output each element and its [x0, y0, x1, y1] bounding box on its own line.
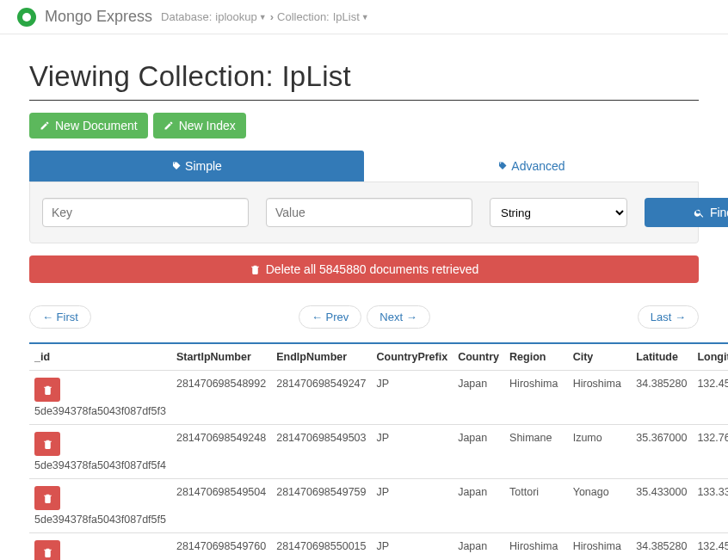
cell-CountryPrefix: JP: [372, 479, 453, 533]
db-name: iplookup: [215, 10, 256, 23]
caret-down-icon: ▼: [361, 13, 369, 22]
cell-EndIpNumber: 281470698550015: [271, 533, 371, 561]
documents-table: _idStartIpNumberEndIpNumberCountryPrefix…: [29, 342, 728, 560]
navbar: Mongo Express Database: iplookup ▼ › Col…: [0, 0, 728, 34]
cell-City: Hiroshima: [568, 371, 632, 425]
col-Longitude[interactable]: Longitude: [692, 343, 728, 371]
new-index-button[interactable]: New Index: [153, 113, 246, 138]
cell-Country: Japan: [453, 479, 504, 533]
col-label: Collection:: [277, 10, 330, 23]
type-select[interactable]: String: [490, 198, 627, 227]
new-document-button[interactable]: New Document: [29, 113, 148, 138]
tab-simple[interactable]: Simple: [29, 151, 364, 182]
tags-icon: [497, 161, 508, 171]
cell-Longitude: 133.333000: [692, 479, 728, 533]
brand[interactable]: Mongo Express: [45, 8, 152, 26]
cell-Latitude: 34.385280: [631, 371, 692, 425]
pager-next[interactable]: Next →: [367, 305, 429, 329]
cell-Country: Japan: [453, 425, 504, 479]
cell-Region: Hiroshima: [504, 371, 568, 425]
chevron-right-icon: ›: [270, 10, 274, 23]
tab-advanced-label: Advanced: [511, 159, 565, 173]
cell-EndIpNumber: 281470698549247: [271, 371, 371, 425]
table-row[interactable]: 5de394378fa5043f087df5f62814706985497602…: [29, 533, 728, 561]
cell-Country: Japan: [453, 533, 504, 561]
cell-Region: Shimane: [504, 425, 568, 479]
cell-Country: Japan: [453, 371, 504, 425]
tab-simple-label: Simple: [185, 159, 222, 173]
trash-icon: [42, 385, 53, 396]
key-input[interactable]: [42, 198, 249, 227]
pager-first[interactable]: ← First: [29, 305, 91, 329]
pager-last[interactable]: Last →: [638, 305, 699, 329]
new-index-label: New Index: [179, 119, 236, 132]
search-icon: [694, 207, 705, 218]
page-title: Viewing Collection: IpList: [29, 60, 699, 93]
cell-id: 5de394378fa5043f087df5f5: [29, 479, 171, 533]
search-tabs: Simple Advanced: [29, 151, 699, 182]
value-input[interactable]: [266, 198, 472, 227]
caret-down-icon: ▼: [259, 13, 267, 22]
tag-icon: [171, 161, 182, 171]
cell-Latitude: 35.367000: [631, 425, 692, 479]
cell-Longitude: 132.455280: [692, 533, 728, 561]
cell-id: 5de394378fa5043f087df5f3: [29, 371, 171, 425]
table-header-row: _idStartIpNumberEndIpNumberCountryPrefix…: [29, 343, 728, 371]
table-row[interactable]: 5de394378fa5043f087df5f32814706985489922…: [29, 371, 728, 425]
breadcrumb: Database: iplookup ▼ › Collection: IpLis…: [161, 10, 369, 23]
trash-icon: [42, 547, 53, 558]
col-EndIpNumber[interactable]: EndIpNumber: [271, 343, 371, 371]
db-dropdown[interactable]: iplookup ▼: [215, 10, 266, 23]
col-Latitude[interactable]: Latitude: [631, 343, 692, 371]
cell-Latitude: 34.385280: [631, 533, 692, 561]
delete-row-button[interactable]: [34, 378, 60, 402]
col-name: IpList: [333, 10, 360, 23]
pencil-icon: [40, 120, 50, 131]
col-Country[interactable]: Country: [453, 343, 504, 371]
col-City[interactable]: City: [568, 343, 632, 371]
cell-City: Hiroshima: [568, 533, 632, 561]
pager-prev[interactable]: ← Prev: [299, 305, 361, 329]
trash-icon: [42, 439, 53, 450]
delete-row-button[interactable]: [34, 540, 60, 560]
object-id: 5de394378fa5043f087df5f5: [34, 514, 166, 526]
delete-all-label: Delete all 5845880 documents retrieved: [266, 262, 479, 276]
trash-icon: [42, 493, 53, 504]
cell-CountryPrefix: JP: [372, 533, 453, 561]
cell-Longitude: 132.767000: [692, 425, 728, 479]
cell-EndIpNumber: 281470698549503: [271, 425, 371, 479]
table-row[interactable]: 5de394378fa5043f087df5f42814706985492482…: [29, 425, 728, 479]
find-label: Find: [710, 206, 728, 219]
object-id: 5de394378fa5043f087df5f3: [34, 405, 166, 417]
pencil-icon: [163, 120, 174, 131]
cell-StartIpNumber: 281470698549504: [171, 479, 271, 533]
tab-advanced[interactable]: Advanced: [364, 151, 699, 182]
pager: ← First ← Prev Next → Last →: [29, 305, 699, 329]
db-label: Database:: [161, 10, 212, 23]
delete-all-button[interactable]: Delete all 5845880 documents retrieved: [29, 255, 699, 283]
col-_id[interactable]: _id: [29, 343, 171, 371]
col-Region[interactable]: Region: [504, 343, 568, 371]
new-document-label: New Document: [55, 119, 138, 132]
col-StartIpNumber[interactable]: StartIpNumber: [171, 343, 271, 371]
col-CountryPrefix[interactable]: CountryPrefix: [372, 343, 453, 371]
cell-Longitude: 132.455280: [692, 371, 728, 425]
cell-StartIpNumber: 281470698549760: [171, 533, 271, 561]
col-dropdown[interactable]: IpList ▼: [333, 10, 369, 23]
trash-icon: [250, 264, 261, 275]
cell-CountryPrefix: JP: [372, 371, 453, 425]
title-divider: [29, 100, 699, 101]
cell-id: 5de394378fa5043f087df5f4: [29, 425, 171, 479]
cell-CountryPrefix: JP: [372, 425, 453, 479]
cell-City: Yonago: [568, 479, 632, 533]
search-panel: String Find: [29, 182, 699, 243]
table-row[interactable]: 5de394378fa5043f087df5f52814706985495042…: [29, 479, 728, 533]
logo-icon: [17, 8, 36, 27]
find-button[interactable]: Find: [645, 198, 728, 227]
object-id: 5de394378fa5043f087df5f4: [34, 459, 166, 471]
delete-row-button[interactable]: [34, 486, 60, 510]
cell-Region: Hiroshima: [504, 533, 568, 561]
delete-row-button[interactable]: [34, 432, 60, 456]
cell-id: 5de394378fa5043f087df5f6: [29, 533, 171, 561]
cell-StartIpNumber: 281470698549248: [171, 425, 271, 479]
